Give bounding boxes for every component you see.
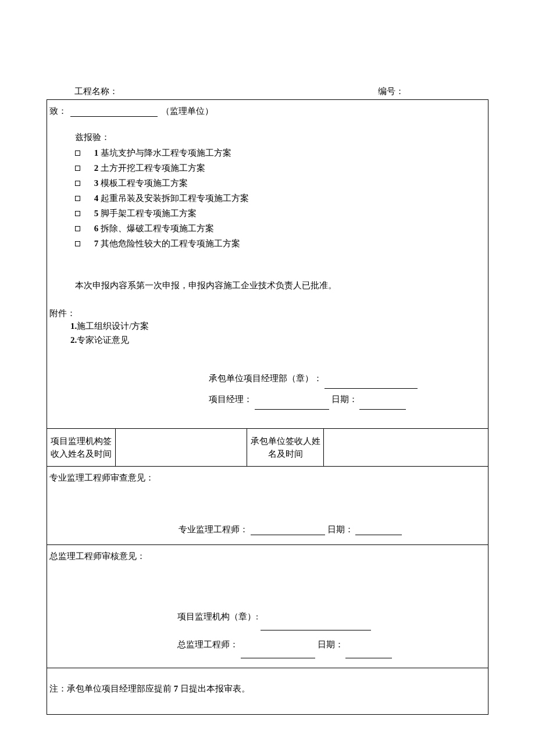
note-prefix: 注：承包单位项目经理部应提前 [49, 684, 174, 693]
professional-review-section: 专业监理工程师审查意见： 专业监理工程师： 日期： [47, 467, 488, 545]
document-page: 工程名称： 编号： 致： （监理单位） 兹报验： 1 基坑支护与降水工程专项施工… [0, 0, 535, 756]
checkbox-icon[interactable] [75, 241, 80, 246]
professional-sign-line: 专业监理工程师： 日期： [49, 524, 486, 535]
note-suffix: 日提出本报审表。 [178, 684, 250, 693]
form-container: 致： （监理单位） 兹报验： 1 基坑支护与降水工程专项施工方案 2 土方开挖工… [47, 99, 488, 715]
chief-sign-block: 项目监理机构（章）: 总监理工程师： 日期： [49, 603, 486, 658]
checkbox-icon[interactable] [75, 181, 80, 186]
receipt-col-supervisor-label: 项目监理机构签收入姓名及时间 [47, 429, 116, 466]
contractor-dept-label: 承包单位项目经理部（章）： [209, 374, 322, 383]
date-blank[interactable] [359, 400, 406, 410]
attachment-2: 2.专家论证意见 [70, 333, 488, 347]
attach-text: 施工组织设计/方案 [77, 321, 149, 331]
to-blank[interactable] [70, 108, 158, 117]
chief-signer-label: 总监理工程师： [177, 640, 238, 649]
check-item-7: 7 其他危险性较大的工程专项施工方案 [75, 236, 488, 251]
supervisor-org-line: 项目监理机构（章）: [177, 603, 486, 630]
item-text: 脚手架工程专项施工方案 [98, 209, 197, 218]
supervisor-org-blank[interactable] [261, 621, 371, 630]
professional-date-label: 日期： [327, 525, 354, 534]
pm-line: 项目经理： 日期： [209, 389, 488, 410]
date-label: 日期： [331, 395, 358, 404]
checkbox-icon[interactable] [75, 211, 80, 216]
contractor-dept-blank[interactable] [324, 379, 418, 389]
project-name-label: 工程名称： [47, 86, 378, 97]
supervisor-org-label: 项目监理机构（章）: [177, 612, 258, 621]
to-suffix: （监理单位） [161, 106, 213, 116]
item-text: 基坑支护与降水工程专项施工方案 [98, 148, 231, 157]
attach-num: 2. [70, 335, 77, 345]
chief-signer-line: 总监理工程师： 日期： [177, 630, 486, 658]
check-item-3: 3 模板工程专项施工方案 [75, 175, 488, 191]
contractor-sign-block: 承包单位项目经理部（章）： 项目经理： 日期： [47, 347, 488, 420]
declaration-note: 本次申报内容系第一次申报，申报内容施工企业技术负责人已批准。 [47, 251, 488, 307]
top-section: 致： （监理单位） 兹报验： 1 基坑支护与降水工程专项施工方案 2 土方开挖工… [47, 100, 488, 429]
check-item-1: 1 基坑支护与降水工程专项施工方案 [75, 145, 488, 160]
intro-label: 兹报验： [47, 132, 488, 143]
professional-review-title: 专业监理工程师审查意见： [49, 472, 486, 483]
check-item-6: 6 拆除、爆破工程专项施工方案 [75, 221, 488, 236]
attach-num: 1. [70, 321, 77, 331]
check-item-5: 5 脚手架工程专项施工方案 [75, 206, 488, 221]
chief-date-label: 日期： [318, 640, 344, 649]
serial-number-label: 编号： [378, 86, 488, 97]
professional-signer-label: 专业监理工程师： [179, 525, 248, 534]
check-item-2: 2 土方开挖工程专项施工方案 [75, 160, 488, 175]
footer-note: 注：承包单位项目经理部应提前 7 日提出本报审表。 [47, 668, 488, 714]
chief-date-blank[interactable] [345, 649, 392, 658]
attachment-list: 1.施工组织设计/方案 2.专家论证意见 [47, 319, 488, 347]
item-text: 拆除、爆破工程专项施工方案 [98, 224, 214, 233]
item-text: 模板工程专项施工方案 [98, 178, 188, 188]
to-prefix: 致： [49, 106, 67, 116]
contractor-dept-line: 承包单位项目经理部（章）： [209, 368, 488, 389]
item-text: 土方开挖工程专项施工方案 [98, 163, 205, 173]
checkbox-icon[interactable] [75, 226, 80, 231]
attachment-1: 1.施工组织设计/方案 [70, 319, 488, 333]
checklist: 1 基坑支护与降水工程专项施工方案 2 土方开挖工程专项施工方案 3 模板工程专… [47, 145, 488, 251]
professional-date-blank[interactable] [355, 526, 402, 535]
item-text: 起重吊装及安装拆卸工程专项施工方案 [98, 194, 249, 203]
checkbox-icon[interactable] [75, 151, 80, 156]
pm-label: 项目经理： [209, 395, 252, 404]
checkbox-icon[interactable] [75, 196, 80, 201]
attach-text: 专家论证意见 [77, 335, 129, 345]
item-text: 其他危险性较大的工程专项施工方案 [98, 239, 240, 248]
pm-blank[interactable] [255, 400, 329, 410]
header-row: 工程名称： 编号： [47, 86, 488, 99]
attachment-label: 附件： [47, 308, 488, 319]
chief-review-section: 总监理工程师审核意见： 项目监理机构（章）: 总监理工程师： 日期： [47, 545, 488, 668]
checkbox-icon[interactable] [75, 166, 80, 171]
professional-signer-blank[interactable] [251, 526, 325, 535]
receipt-col-contractor-value[interactable] [324, 429, 488, 466]
receipt-col-contractor-label: 承包单位签收人姓名及时间 [247, 429, 324, 466]
chief-review-title: 总监理工程师审核意见： [49, 551, 486, 562]
chief-signer-blank[interactable] [241, 649, 315, 658]
to-line: 致： （监理单位） [47, 106, 488, 117]
check-item-4: 4 起重吊装及安装拆卸工程专项施工方案 [75, 191, 488, 206]
receipt-col-supervisor-value[interactable] [116, 429, 247, 466]
receipt-row: 项目监理机构签收入姓名及时间 承包单位签收人姓名及时间 [47, 429, 488, 467]
